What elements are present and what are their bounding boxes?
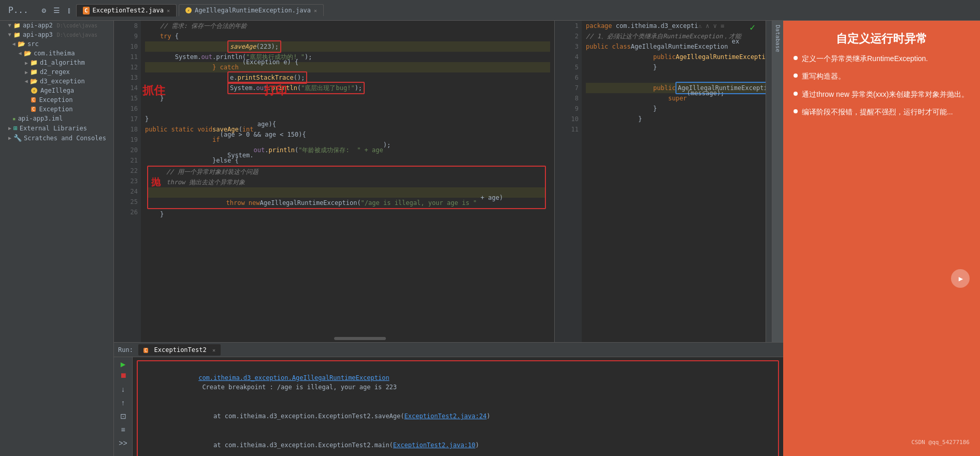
sidebar-item-api-app3[interactable]: ▶ 📁 api-app3 D:\code\javas [0, 30, 113, 39]
tab-run-icon: C [143, 348, 148, 353]
play-area: ▶ [794, 269, 970, 288]
h-scrollbar[interactable] [334, 337, 386, 340]
code-line-22: // 用一个异常对象封装这个问题 [148, 167, 545, 177]
sidebar-label-d2: d2_regex [40, 68, 70, 76]
sidebar-item-d1[interactable]: ▶ 📁 d1_algorithm [0, 58, 113, 67]
right-editor[interactable]: ✓ 12345 67891011 package com.itheima.d3_… [554, 21, 772, 342]
main-link[interactable]: ExceptionTest2.java:10 [393, 442, 475, 449]
sidebar-item-external-libs[interactable]: ▶ ⊞ External Libraries [0, 123, 113, 133]
split-icon[interactable]: ⫿ [64, 6, 74, 14]
sidebar-label-d1: d1_algorithm [40, 59, 85, 66]
line-numbers-right: 12345 67891011 [561, 21, 582, 342]
iml-icon: ▪ [12, 115, 16, 122]
database-tab[interactable]: Database [772, 21, 783, 342]
main-layout: ▶ 📁 api-app2 D:\code\javas ▶ 📁 api-app3 … [0, 21, 980, 456]
settings-icon[interactable]: ⚙ [39, 6, 49, 14]
console-line-1: com.itheima.d3_exception.AgeIllegalRunti… [142, 363, 774, 402]
toolbar-btn-1[interactable]: ↓ [116, 384, 131, 395]
tab-exceptiontest2-label: ExceptionTest2.java [93, 7, 164, 14]
ann-item-1: 定义一个异常类继承RuntimeException. [794, 53, 970, 64]
sidebar-item-d3[interactable]: ▼ 📂 d3_exception [0, 77, 113, 86]
bullet-1 [794, 56, 798, 60]
code-line-14: System.out.println("底层出现了bug!"); [145, 83, 550, 93]
code-line-23: 抛 throw 抛出去这个异常对象 [148, 177, 545, 187]
play-button[interactable]: ▶ [951, 269, 970, 288]
gutter-right [555, 21, 561, 342]
ageillegale-icon: ⚡ [31, 87, 37, 94]
code-content-right: 12345 67891011 package com.itheima.d3_ex… [555, 21, 772, 342]
code-content-left: 89101112 1314151617 1819202122 23242526 … [114, 21, 554, 342]
arrow-icon: ▶ [8, 125, 11, 131]
sidebar-label-scratches: Scratches and Consoles [24, 135, 106, 142]
annotation-footer: CSDN @qq_54277186 [794, 439, 970, 446]
sidebar-item-exception2[interactable]: C Exception [0, 105, 113, 114]
bottom-main: D:\soft\java\jdk-17.0.1\bin\java.exe -ja… [133, 357, 783, 456]
toolbar-btn-2[interactable]: ↑ [116, 397, 131, 408]
sidebar-item-exception1[interactable]: C Exception [0, 95, 113, 105]
tab-exceptiontest2[interactable]: C ExceptionTest2.java ✕ [76, 4, 177, 17]
editors-row: 89101112 1314151617 1819202122 23242526 … [114, 21, 783, 342]
code-lines-right: package com.itheima.d3_excepti⚠ ∧ ∨ ≡ //… [582, 21, 772, 342]
java-icon: C [31, 107, 36, 112]
tab-ageillegaltab[interactable]: ⚡ AgeIllegalRuntimeException.java ✕ [179, 4, 324, 16]
bottom-tab-exceptiontest2[interactable]: C ExceptionTest2 ✕ [138, 344, 221, 356]
arrow-icon: ▶ [7, 33, 13, 36]
throw-section-box: // 用一个异常对象封装这个问题 抛 throw 抛出去这个异常对象 [147, 166, 546, 209]
ann-item-3: 通过throw new 异常类(xxx)来创建异常对象并抛出。 [794, 89, 970, 100]
tab-age-close[interactable]: ✕ [314, 8, 317, 13]
sidebar-label-api-app3: api-app3 [23, 31, 53, 38]
editor-area: 89101112 1314151617 1819202122 23242526 … [114, 21, 783, 456]
code-line-17: } [145, 114, 550, 124]
create-bp: Create breakpoint : /age is illegal, you… [198, 384, 397, 391]
stop-button[interactable]: ⏹ [120, 371, 127, 379]
sidebar-item-ageillegale[interactable]: ⚡ AgeIllega [0, 86, 113, 95]
sidebar-item-d2[interactable]: ▶ 📁 d2_regex [0, 67, 113, 77]
left-editor[interactable]: 89101112 1314151617 1819202122 23242526 … [114, 21, 554, 342]
toolbar-btn-3[interactable]: ⊡ [116, 410, 131, 422]
right-line-10: } [586, 114, 768, 124]
ann-text-3: 通过throw new 异常类(xxx)来创建异常对象并抛出。 [802, 89, 969, 100]
pkg-folder-icon: 📂 [24, 50, 32, 57]
sidebar-item-iml[interactable]: ▪ api-app3.iml [0, 114, 113, 123]
scratch-icon: 🔧 [13, 134, 22, 142]
sidebar-item-scratches[interactable]: ▶ 🔧 Scratches and Consoles [0, 133, 113, 143]
code-line-8: // 需求: 保存一个合法的年龄 [145, 21, 550, 31]
run-label: Run: [118, 346, 133, 354]
toolbar-btn-5[interactable]: >> [116, 437, 131, 449]
sidebar-path-api-app3: D:\code\javas [57, 32, 97, 38]
tab-age-label: AgeIllegalRuntimeException.java [195, 7, 311, 14]
run-button[interactable]: ▶ [121, 359, 126, 369]
saveage-link[interactable]: ExceptionTest2.java:24 [405, 413, 487, 420]
folder-icon: 📁 [13, 32, 21, 38]
sidebar: ▶ 📁 api-app2 D:\code\javas ▶ 📁 api-app3 … [0, 21, 114, 456]
sidebar-label-iml: api-app3.iml [18, 115, 63, 122]
checkmark-icon: ✓ [750, 22, 755, 33]
bottom-tab-close[interactable]: ✕ [212, 347, 215, 353]
exception-link[interactable]: com.itheima.d3_exception.AgeIllegalRunti… [198, 374, 389, 381]
sidebar-label-d3: d3_exception [40, 78, 85, 85]
sidebar-label-exception2: Exception [39, 106, 73, 113]
sidebar-label-src: src [27, 40, 39, 48]
folder-icon: 📁 [13, 22, 21, 29]
ann-text-4: 编译阶段不报错，提醒不强烈，运行时才可能... [802, 106, 953, 117]
d1-folder-icon: 📁 [30, 59, 38, 66]
console-line-2: at com.itheima.d3_exception.ExceptionTes… [142, 402, 774, 431]
bottom-tabs: Run: C ExceptionTest2 ✕ [114, 343, 783, 357]
code-lines-left: // 需求: 保存一个合法的年龄 try { saveAge(223); [141, 21, 554, 342]
println-box: System.out.println("底层出现了bug!"); [227, 82, 365, 94]
sidebar-item-api-app2[interactable]: ▶ 📁 api-app2 D:\code\javas [0, 21, 113, 30]
sidebar-item-com-itheima[interactable]: ▼ 📂 com.itheima [0, 49, 113, 58]
d3-folder-icon: 📂 [30, 78, 38, 85]
sidebar-item-src[interactable]: ▼ 📂 src [0, 39, 113, 49]
app-logo: P... [4, 5, 33, 15]
sidebar-label-ext-libs: External Libraries [20, 125, 87, 132]
nav-icon[interactable]: ☰ [50, 6, 63, 14]
src-folder-icon: 📂 [18, 40, 25, 48]
console-line-3: at com.itheima.d3_exception.ExceptionTes… [142, 431, 774, 456]
tab-exceptiontest2-close[interactable]: ✕ [167, 8, 170, 13]
right-scrollbar[interactable] [766, 21, 772, 342]
right-line-1: package com.itheima.d3_excepti⚠ ∧ ∨ ≡ [586, 21, 768, 31]
toolbar-btn-4[interactable]: ≡ [116, 424, 131, 435]
arrow-icon: ▶ [8, 135, 11, 141]
sidebar-path-api-app2: D:\code\javas [57, 23, 97, 28]
